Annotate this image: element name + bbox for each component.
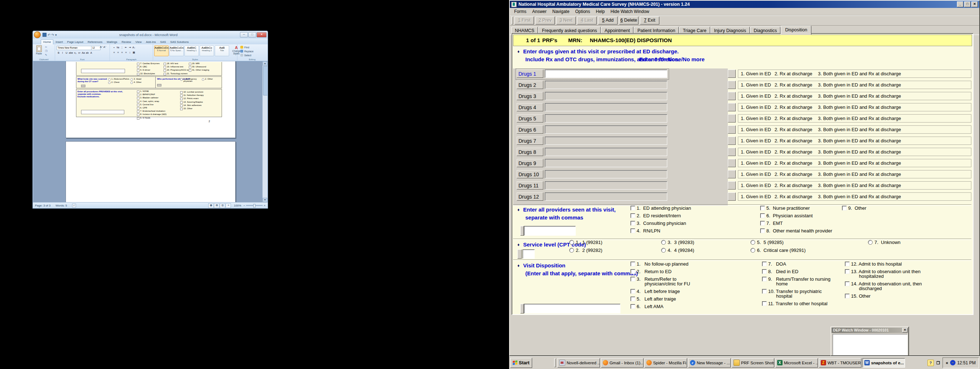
- drug-option-input[interactable]: [728, 148, 736, 156]
- paste-button[interactable]: Paste: [34, 45, 44, 57]
- menu-item[interactable]: Options: [572, 8, 593, 15]
- collapse-tray-icon[interactable]: «: [946, 360, 948, 366]
- paragraph-tool-icon[interactable]: ⇥: [128, 46, 132, 49]
- scrollbar-thumb[interactable]: [263, 66, 267, 95]
- drug-name-input[interactable]: [545, 170, 667, 178]
- radio-icon[interactable]: [868, 240, 873, 245]
- radio-option[interactable]: 3. 3 (99283): [661, 240, 694, 245]
- ribbon-tab[interactable]: Add-Ins: [144, 40, 158, 45]
- checkbox-icon[interactable]: [630, 213, 635, 218]
- paragraph-tool-icon[interactable]: ⋮: [120, 46, 124, 49]
- checkbox-icon[interactable]: [762, 269, 767, 274]
- paragraph-tool-icon[interactable]: ≡: [112, 51, 116, 54]
- drug-option-input[interactable]: [728, 126, 736, 134]
- select-button[interactable]: Select: [240, 54, 254, 57]
- checkbox-option[interactable]: 8. Died in ED: [762, 269, 834, 274]
- ribbon-tab[interactable]: SAS: [158, 40, 168, 45]
- ribbon-tab[interactable]: Review: [119, 40, 133, 45]
- checkbox-option[interactable]: 9. Other: [842, 206, 868, 210]
- style-gallery-item[interactable]: AaBbCc Heading 2: [200, 45, 214, 56]
- scroll-down-icon[interactable]: ▼: [262, 198, 267, 202]
- checkbox-option[interactable]: 13. Admit to observation unit then hospi…: [845, 269, 922, 278]
- drug-option-input[interactable]: [728, 159, 736, 167]
- checkbox-icon[interactable]: [762, 277, 767, 282]
- radio-icon[interactable]: [661, 240, 666, 245]
- checkbox-option[interactable]: 6. Physician assistant: [760, 213, 832, 218]
- toolbar-button[interactable]: 2 Prev: [535, 17, 555, 24]
- menu-item[interactable]: Help: [593, 8, 608, 15]
- paragraph-tool-icon[interactable]: •: [112, 46, 116, 49]
- drug-name-input[interactable]: [545, 114, 667, 122]
- font-format-icon[interactable]: A: [89, 51, 93, 55]
- ribbon-tab[interactable]: References: [85, 40, 105, 45]
- taskbar-button[interactable]: Gmail - Inbox (1)...: [601, 358, 643, 367]
- drug-option-input[interactable]: [728, 114, 736, 122]
- zoom-out-icon[interactable]: −: [243, 204, 245, 207]
- paragraph-tool-icon[interactable]: ⇤: [124, 46, 128, 49]
- redo-icon[interactable]: ↷: [51, 33, 54, 37]
- ribbon-tab[interactable]: View: [133, 40, 144, 45]
- zoom-slider-thumb[interactable]: [253, 204, 255, 208]
- checkbox-icon[interactable]: [630, 269, 635, 274]
- drug-name-input[interactable]: [545, 70, 667, 78]
- quicklaunch-icon[interactable]: [533, 360, 538, 366]
- draft-view-icon[interactable]: ≡: [226, 203, 231, 208]
- paragraph-tool-icon[interactable]: №: [116, 46, 120, 49]
- taskbar-button[interactable]: Spider - Mozilla Fi...: [644, 358, 687, 367]
- checkbox-icon[interactable]: [760, 221, 765, 226]
- window-restore-tray-icon[interactable]: ❐: [935, 360, 941, 366]
- copy-icon[interactable]: ❐: [45, 50, 47, 52]
- style-gallery-item[interactable]: AaBbCcDc ¶ No Spaci...: [169, 45, 184, 56]
- font-format-icon[interactable]: B: [57, 51, 60, 55]
- style-gallery-item[interactable]: AaBbCcDc ¶ Normal: [154, 45, 169, 56]
- checkbox-option[interactable]: 7. EMT: [760, 221, 832, 226]
- maximize-button[interactable]: □: [964, 2, 970, 7]
- checkbox-option[interactable]: 2. ED resident/Intern: [630, 213, 691, 218]
- checkbox-option[interactable]: 11. Transfer to other hospital: [762, 301, 834, 306]
- disposition-input[interactable]: [524, 304, 620, 313]
- font-format-icon[interactable]: abe: [68, 51, 73, 55]
- checkbox-icon[interactable]: [760, 229, 765, 233]
- checkbox-icon[interactable]: [630, 229, 635, 233]
- watch-window-title-bar[interactable]: DEP Watch Window - 00020101 ✕: [832, 328, 908, 333]
- zoom-level[interactable]: 100%: [234, 204, 241, 207]
- font-name-select[interactable]: Times New Roman: [57, 46, 92, 50]
- replace-button[interactable]: Replace: [240, 50, 254, 52]
- checkbox-icon[interactable]: [630, 206, 635, 210]
- radio-option[interactable]: 6. Critical care (99291): [751, 248, 806, 253]
- quicklaunch-icon[interactable]: [547, 360, 552, 366]
- drug-option-input[interactable]: [728, 181, 736, 189]
- checkbox-icon[interactable]: [630, 304, 635, 309]
- radio-icon[interactable]: [661, 248, 666, 253]
- zoom-slider[interactable]: [246, 205, 262, 206]
- checkbox-icon[interactable]: [845, 269, 850, 274]
- drug-name-input[interactable]: [545, 126, 667, 134]
- pulse-tray-icon[interactable]: ∼: [950, 360, 956, 366]
- checkbox-option[interactable]: 14. Admit to observation unit, then disc…: [845, 282, 922, 291]
- radio-option[interactable]: 5. 5 (99285): [751, 240, 806, 245]
- checkbox-option[interactable]: 8. Other mental health provider: [760, 229, 832, 233]
- print-layout-view-icon[interactable]: ▦: [208, 203, 214, 208]
- checkbox-option[interactable]: 5. Left after traige: [630, 297, 697, 301]
- drug-option-input[interactable]: [728, 137, 736, 145]
- toolbar-button[interactable]: 7 Exit: [640, 17, 659, 24]
- menu-item[interactable]: Answer: [529, 8, 549, 15]
- spellcheck-icon[interactable]: ✓: [72, 204, 76, 208]
- drug-option-input[interactable]: [728, 170, 736, 178]
- drug-name-input[interactable]: [545, 181, 667, 189]
- drug-name-input[interactable]: [545, 159, 667, 167]
- menu-item[interactable]: Forms: [511, 8, 529, 15]
- drug-name-input[interactable]: [545, 103, 667, 111]
- drug-name-input[interactable]: [545, 92, 667, 100]
- radio-option[interactable]: 1. 1 (99281): [569, 240, 602, 245]
- drug-name-input[interactable]: [545, 81, 667, 89]
- checkbox-option[interactable]: 15. Other: [845, 294, 922, 298]
- paragraph-tool-icon[interactable]: A↓: [132, 46, 136, 49]
- checkbox-option[interactable]: 1. No follow-up planned: [630, 262, 697, 266]
- drug-option-input[interactable]: [728, 192, 736, 201]
- checkbox-icon[interactable]: [630, 262, 635, 266]
- checkbox-icon[interactable]: [760, 206, 765, 210]
- checkbox-icon[interactable]: [762, 301, 767, 306]
- checkbox-option[interactable]: 3. Return/Refer to physician/clinic for …: [630, 277, 697, 286]
- drug-name-input[interactable]: [545, 148, 667, 156]
